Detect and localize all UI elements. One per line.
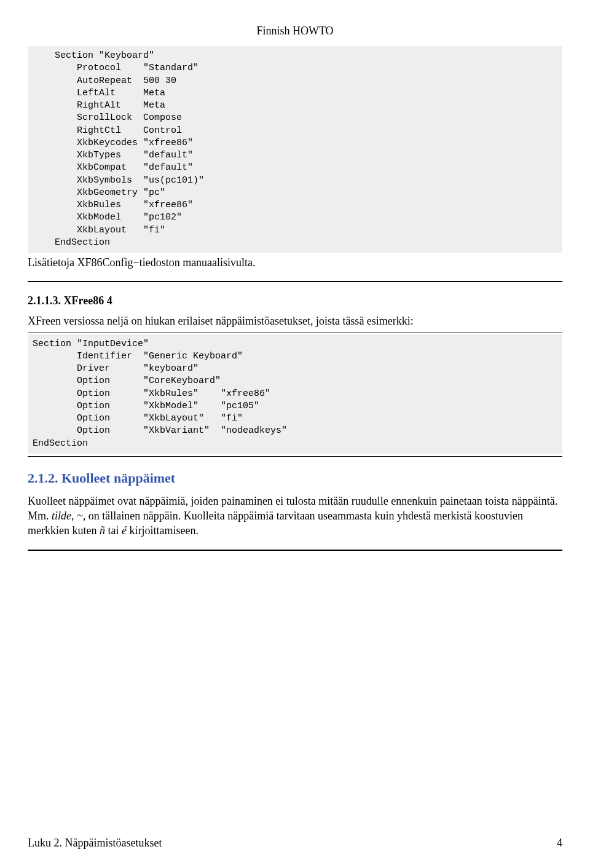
page: Finnish HOWTO Section "Keyboard" Protoco…	[0, 0, 590, 868]
heading-xfree86-4: 2.1.1.3. XFree86 4	[28, 294, 562, 307]
heading-dead-keys: 2.1.2. Kuolleet näppäimet	[28, 470, 562, 486]
divider	[28, 550, 562, 551]
divider	[28, 333, 562, 333]
code-block-inputdevice: Section "InputDevice" Identifier "Generi…	[28, 334, 562, 454]
divider	[28, 456, 562, 457]
page-header-title: Finnish HOWTO	[28, 25, 562, 37]
footer-chapter: Luku 2. Näppäimistöasetukset	[28, 837, 162, 850]
divider	[28, 281, 562, 282]
footer-page-number: 4	[557, 837, 562, 850]
code-block-xfree86-3: Section "Keyboard" Protocol "Standard" A…	[28, 46, 562, 253]
paragraph-config-manual: Lisätietoja XF86Config−tiedoston manuaal…	[28, 255, 562, 270]
page-footer: Luku 2. Näppäimistöasetukset 4	[28, 837, 562, 850]
paragraph-xfree86-4-intro: XFreen versiossa neljä on hiukan erilais…	[28, 314, 562, 328]
paragraph-dead-keys: Kuolleet näppäimet ovat näppäimiä, joide…	[28, 494, 562, 539]
text-fragment: tai	[105, 524, 122, 537]
text-tilde-example: tilde, ~	[52, 510, 83, 522]
text-fragment: kirjoittamiseen.	[127, 524, 199, 537]
text-n-tilde: ñ	[100, 524, 105, 537]
text-e-acute: é	[122, 524, 127, 537]
